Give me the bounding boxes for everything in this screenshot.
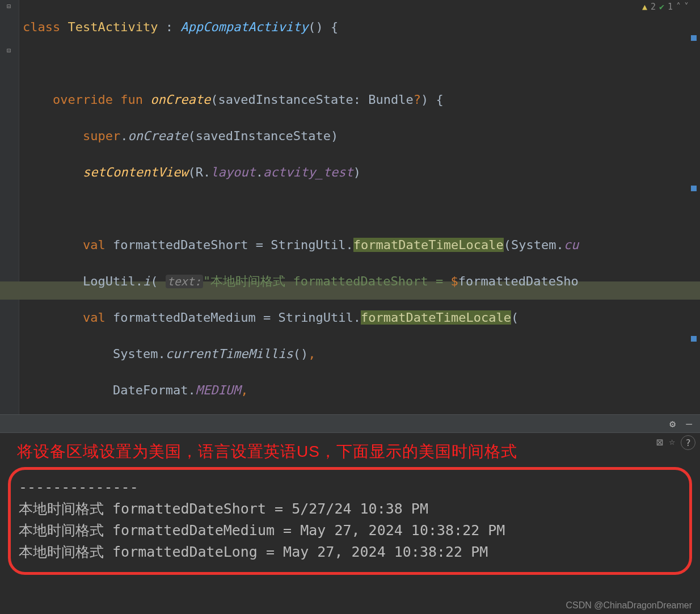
keyword: class — [23, 20, 60, 34]
fold-marker-icon[interactable]: ⊟ — [7, 47, 17, 57]
console-line: 本地时间格式 formattedDateLong = May 27, 2024 … — [19, 541, 681, 563]
bookmark-icon[interactable]: ☆ — [669, 435, 675, 450]
close-tab-icon[interactable]: ⊠ — [656, 435, 663, 450]
editor-gutter[interactable]: ⊟ ⊟ 💡 — [0, 0, 19, 414]
code-editor[interactable]: ▲ 2 ✔ 1 ˄ ˅ ⊟ ⊟ 💡 class TestActivity : A… — [0, 0, 700, 414]
fold-marker-icon[interactable]: ⊟ — [7, 2, 17, 12]
code-content[interactable]: class TestActivity : AppCompatActivity()… — [19, 0, 700, 414]
gear-icon[interactable]: ⚙ — [669, 418, 676, 430]
tool-window-header: ⚙ — — [0, 414, 700, 432]
console-line: 本地时间格式 formattedDateShort = 5/27/24 10:3… — [19, 498, 681, 520]
super-class: AppCompatActivity — [180, 20, 308, 34]
console-line: 本地时间格式 formattedDateMedium = May 27, 202… — [19, 520, 681, 541]
console-annotation-title: 将设备区域设置为美国，语言设置英语US，下面显示的美国时间格式 — [17, 441, 517, 462]
function-name: onCreate — [150, 92, 210, 107]
keyword: override — [53, 92, 113, 107]
search-highlight: formatDateTimeLocale — [361, 310, 511, 325]
console-panel[interactable]: ⊠ ☆ ? 将设备区域设置为美国，语言设置英语US，下面显示的美国时间格式 --… — [0, 432, 700, 614]
keyword: fun — [120, 92, 143, 107]
console-output-box: -------------- 本地时间格式 formattedDateShort… — [8, 467, 692, 575]
help-icon[interactable]: ? — [681, 435, 695, 450]
inlay-hint: text: — [166, 275, 203, 288]
console-toolbar: ⊠ ☆ ? — [656, 435, 695, 450]
minimize-icon[interactable]: — — [686, 418, 692, 430]
watermark-text: CSDN @ChinaDragonDreamer — [566, 600, 692, 611]
search-highlight: formatDateTimeLocale — [353, 238, 504, 252]
console-line: -------------- — [19, 477, 681, 498]
class-name: TestActivity — [68, 20, 158, 34]
